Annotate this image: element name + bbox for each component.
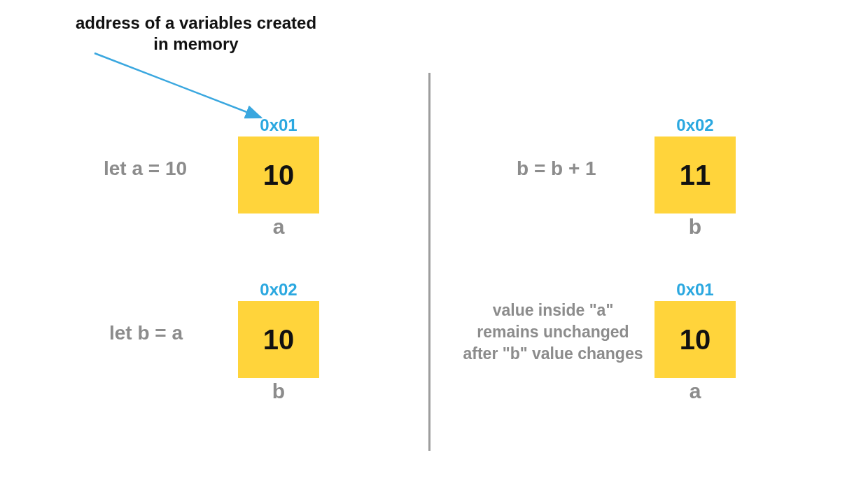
address-a-right: 0x01 — [654, 280, 736, 300]
value-b-left: 10 — [263, 324, 295, 356]
address-a-left: 0x01 — [238, 115, 319, 135]
note-line3: after "b" value changes — [463, 344, 643, 363]
address-b-right: 0x02 — [654, 115, 736, 135]
value-box-a-left: 10 — [238, 136, 319, 214]
note-line2: remains unchanged — [477, 323, 629, 341]
annotation-line2: in memory — [153, 34, 238, 53]
value-box-a-right: 10 — [654, 301, 736, 378]
var-name-a-right: a — [654, 379, 736, 403]
code-let-b: let b = a — [109, 322, 183, 344]
code-let-a: let a = 10 — [104, 158, 187, 180]
memory-cell-b-right: 0x02 11 b — [654, 115, 736, 239]
code-b-plus-1: b = b + 1 — [517, 158, 596, 180]
address-b-left: 0x02 — [238, 280, 319, 300]
note-a-unchanged: value inside "a" remains unchanged after… — [455, 300, 651, 365]
value-box-b-left: 10 — [238, 301, 319, 378]
value-box-b-right: 11 — [654, 136, 736, 214]
annotation-line1: address of a variables created — [76, 13, 316, 32]
pointer-arrow-icon — [80, 49, 276, 126]
vertical-divider — [428, 73, 430, 451]
value-a-left: 10 — [263, 160, 295, 191]
memory-cell-a-right: 0x01 10 a — [654, 280, 736, 403]
var-name-a-left: a — [238, 215, 319, 239]
svg-line-1 — [94, 53, 261, 118]
value-b-right: 11 — [680, 160, 711, 191]
annotation-title: address of a variables created in memory — [66, 13, 326, 55]
note-line1: value inside "a" — [493, 301, 614, 319]
var-name-b-left: b — [238, 379, 319, 403]
memory-cell-b-left: 0x02 10 b — [238, 280, 319, 403]
memory-cell-a-left: 0x01 10 a — [238, 115, 319, 239]
var-name-b-right: b — [654, 215, 736, 239]
value-a-right: 10 — [680, 324, 711, 356]
